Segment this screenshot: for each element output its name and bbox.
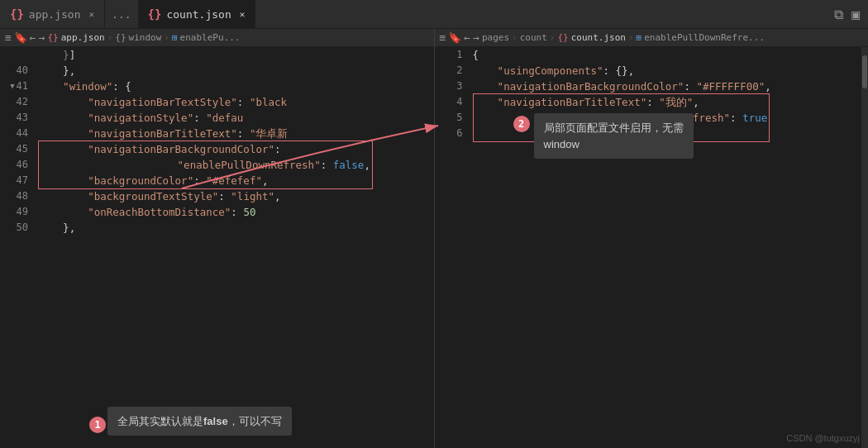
left-bc-enable: enablePu...: [180, 32, 241, 43]
tab-bar: {} app.json ✕ ... {} count.json ✕ ⧉ ▣: [0, 0, 868, 29]
right-bc-pages: pages: [482, 32, 509, 43]
tab-app-json[interactable]: {} app.json ✕: [0, 0, 105, 28]
code-line-50: },: [38, 220, 434, 236]
right-bc-sep3: ›: [628, 32, 634, 43]
right-bc-json-icon: {}: [557, 32, 568, 43]
code-line-47: "backgroundColor": "#efefef",: [38, 173, 434, 188]
tab-icon-right: {}: [148, 7, 162, 21]
left-forward-icon[interactable]: →: [39, 31, 45, 44]
tab-label-left: app.json: [29, 8, 81, 21]
left-menu-icon[interactable]: ≡: [5, 31, 12, 44]
left-bc-window-icon: {}: [115, 32, 126, 43]
right-bc-sep1: ›: [512, 32, 517, 43]
left-code-area: 40 ▼41 42 43 44 45 46 47 48 49 50 }]: [0, 47, 434, 448]
tab-more-button[interactable]: ...: [105, 0, 137, 28]
left-editor-pane: ≡ 🔖 ← → {} app.json › {} window › ⊞ enab…: [0, 29, 435, 448]
right-bc-sep2: ›: [550, 32, 556, 43]
code-line-48: "backgroundTextStyle": "light",: [38, 188, 434, 204]
right-scrollbar-track[interactable]: [861, 47, 868, 448]
code-line-blank: }]: [38, 47, 434, 63]
right-code-area: 1 2 3 4 5 6 { "usingComponents": {},: [435, 47, 869, 448]
tab-close-left[interactable]: ✕: [88, 9, 94, 20]
left-bc-enable-icon: ⊞: [172, 32, 178, 43]
right-scrollbar-thumb[interactable]: [862, 55, 867, 88]
tab-label-right: count.json: [166, 8, 231, 21]
code-line-44: "navigationBarTitleText": "华卓新: [38, 126, 434, 141]
code-line-46: "enablePullDownRefresh": false,: [38, 157, 434, 173]
right-bc-countjson: count.json: [571, 32, 626, 43]
left-bc-icon1: {}: [47, 32, 58, 43]
right-code-line-2: "usingComponents": {},: [473, 63, 869, 79]
right-bc-enable-icon: ⊞: [637, 32, 642, 43]
tab-icon-left: {}: [10, 7, 24, 21]
right-menu-icon[interactable]: ≡: [440, 31, 446, 44]
left-bc-appjson: app.json: [61, 32, 105, 43]
right-code-line-5: "enablePullDownRefresh": true: [473, 110, 869, 126]
right-code-line-1: {: [473, 47, 869, 63]
right-code-line-3: "navigationBarBackgroundColor": "#FFFFFF…: [473, 79, 869, 94]
right-code-line-6: [473, 126, 869, 141]
tab-close-right[interactable]: ✕: [240, 9, 246, 20]
right-forward-icon[interactable]: →: [473, 31, 479, 44]
right-code-content[interactable]: { "usingComponents": {}, "navigationBarB…: [470, 47, 869, 448]
watermark: CSDN @tutgxuzyj: [786, 433, 860, 443]
code-line-41: "window": {: [38, 79, 434, 94]
right-bc-enable: enablePullDownRefre...: [644, 32, 765, 43]
left-code-content[interactable]: }] }, "window": { "navigationBarTextStyl…: [35, 47, 434, 448]
right-bc-count: count: [520, 32, 547, 43]
left-bc-sep2: ›: [164, 32, 169, 43]
right-back-icon[interactable]: ←: [464, 31, 470, 44]
right-line-numbers: 1 2 3 4 5 6: [435, 47, 470, 448]
code-line-40: },: [38, 63, 434, 79]
editors-container: ≡ 🔖 ← → {} app.json › {} window › ⊞ enab…: [0, 29, 868, 448]
right-editor-pane: ≡ 🔖 ← → pages › count › {} count.json › …: [435, 29, 869, 448]
tab-more-label: ...: [112, 8, 131, 21]
left-line-numbers: 40 ▼41 42 43 44 45 46 47 48 49 50: [0, 47, 35, 448]
left-breadcrumb: ≡ 🔖 ← → {} app.json › {} window › ⊞ enab…: [0, 29, 434, 47]
annotation-circle-2: 2: [513, 116, 530, 132]
right-bookmark-icon[interactable]: 🔖: [448, 31, 461, 44]
code-line-43: "navigationStyle": "defau: [38, 110, 434, 126]
tab-count-json[interactable]: {} count.json ✕: [138, 0, 256, 28]
left-bookmark-icon[interactable]: 🔖: [14, 31, 27, 44]
toggle-panel-icon[interactable]: ▣: [851, 7, 860, 22]
left-bc-window: window: [129, 32, 162, 43]
annotation-circle-1: 1: [89, 417, 106, 433]
split-editor-icon[interactable]: ⧉: [834, 7, 843, 22]
code-line-49: "onReachBottomDistance": 50: [38, 204, 434, 220]
right-breadcrumb: ≡ 🔖 ← → pages › count › {} count.json › …: [435, 29, 869, 47]
left-bc-sep1: ›: [107, 32, 113, 43]
code-line-42: "navigationBarTextStyle": "black: [38, 94, 434, 110]
left-back-icon[interactable]: ←: [30, 31, 36, 44]
